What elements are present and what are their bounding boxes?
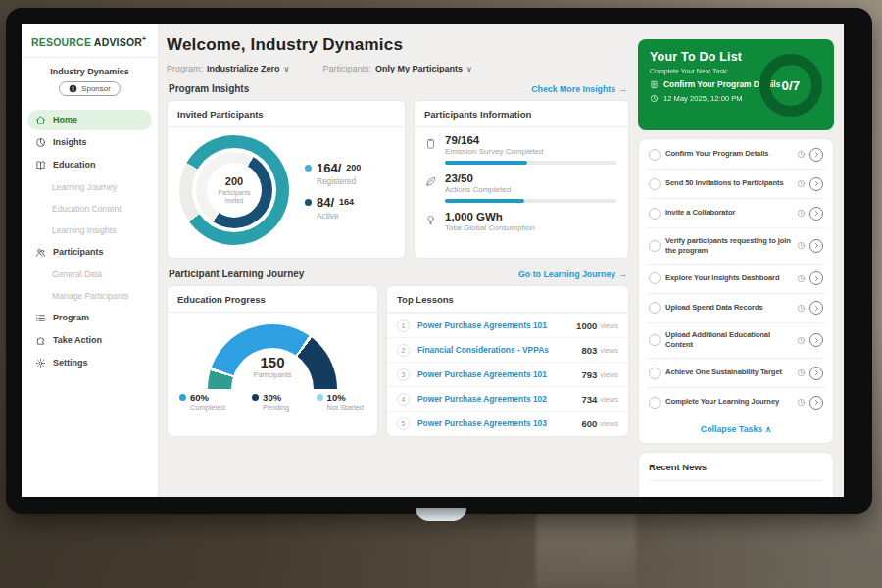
task-open-button[interactable] bbox=[809, 239, 823, 253]
lesson-link[interactable]: Power Purchase Agreements 103 bbox=[417, 418, 581, 428]
collapse-tasks-link[interactable]: Collapse Tasks ∧ bbox=[647, 416, 825, 443]
task-row[interactable]: Explore Your Insights Dashboard bbox=[647, 265, 825, 294]
lesson-row[interactable]: 1 Power Purchase Agreements 101 1000 vie… bbox=[387, 313, 628, 337]
views-count: 734 bbox=[581, 394, 597, 405]
sidebar-item-home[interactable]: Home bbox=[27, 110, 152, 130]
link-label: Check More Insights bbox=[531, 84, 615, 94]
stat-row-survey: 79/164 Emission Survey Completed bbox=[415, 127, 628, 166]
sidebar-item-manage-participants[interactable]: Manage Participants bbox=[27, 286, 152, 306]
gauge-label: Participants bbox=[168, 370, 377, 379]
sidebar-item-general-data[interactable]: General Data bbox=[27, 265, 152, 284]
clock-icon bbox=[797, 336, 806, 345]
sidebar-item-learning-journey[interactable]: Learning Journey bbox=[27, 177, 152, 197]
rank-badge: 4 bbox=[397, 393, 410, 406]
task-row[interactable]: Confirm Your Program Details bbox=[647, 140, 825, 170]
sidebar-item-insights[interactable]: Insights bbox=[27, 132, 152, 153]
sidebar-item-label: Learning Insights bbox=[52, 225, 116, 235]
pie-chart-icon bbox=[35, 137, 46, 148]
sidebar-item-label: Program bbox=[53, 313, 89, 322]
task-checkbox[interactable] bbox=[649, 149, 661, 161]
program-dropdown[interactable]: Program: Industrialize Zero ∨ bbox=[167, 64, 289, 74]
sidebar-item-education[interactable]: Education bbox=[27, 155, 152, 175]
sidebar-item-program[interactable]: Program bbox=[27, 308, 152, 328]
sidebar-item-label: Education Content bbox=[52, 204, 122, 214]
lesson-row[interactable]: 5 Power Purchase Agreements 103 600 view… bbox=[387, 411, 628, 435]
task-open-button[interactable] bbox=[809, 207, 823, 220]
sidebar-item-learning-insights[interactable]: Learning Insights bbox=[27, 220, 152, 240]
donut-chart: 200 Participants Invited 164/200 bbox=[168, 127, 405, 245]
filters-row: Program: Industrialize Zero ∨ Participan… bbox=[167, 64, 629, 74]
progress-bar-fill bbox=[445, 161, 527, 165]
lesson-row[interactable]: 2 Financial Considerations - VPPAs 803 v… bbox=[387, 337, 628, 362]
legend-item-completed: 60% Completed bbox=[179, 392, 225, 412]
legend-total: 164 bbox=[339, 197, 354, 207]
progress-bar bbox=[445, 161, 616, 165]
sidebar-item-participants[interactable]: Participants bbox=[27, 242, 152, 263]
sidebar-item-label: Education bbox=[53, 160, 96, 170]
task-checkbox[interactable] bbox=[649, 368, 661, 379]
sidebar-item-take-action[interactable]: Take Action bbox=[27, 330, 152, 351]
arrow-right-icon: → bbox=[618, 270, 627, 279]
participants-dropdown[interactable]: Participants: Only My Participants ∨ bbox=[322, 64, 471, 74]
task-checkbox[interactable] bbox=[649, 397, 661, 409]
task-row[interactable]: Upload Spend Data Records bbox=[647, 294, 825, 323]
legend-label: Not Started bbox=[327, 403, 364, 412]
task-checkbox[interactable] bbox=[649, 302, 661, 314]
views-count: 793 bbox=[581, 369, 597, 380]
task-row[interactable]: Achieve One Sustainability Target bbox=[647, 359, 825, 388]
section-title: Participant Learning Journey bbox=[169, 269, 304, 279]
stat-label: Total Global Consumption bbox=[445, 223, 616, 232]
task-open-button[interactable] bbox=[809, 148, 823, 162]
task-row[interactable]: Invite a Collaborator bbox=[647, 199, 825, 228]
task-open-button[interactable] bbox=[809, 367, 823, 380]
task-checkbox[interactable] bbox=[649, 208, 661, 220]
task-checkbox[interactable] bbox=[649, 178, 661, 190]
task-checkbox[interactable] bbox=[649, 334, 661, 346]
progress-bar bbox=[445, 199, 616, 203]
task-checkbox[interactable] bbox=[649, 272, 661, 284]
task-open-button[interactable] bbox=[809, 396, 823, 410]
task-open-button[interactable] bbox=[809, 301, 823, 315]
sidebar-nav: Home Insights Education Learning Journey… bbox=[22, 104, 158, 379]
sidebar-item-settings[interactable]: Settings bbox=[27, 353, 152, 373]
task-open-button[interactable] bbox=[809, 177, 823, 191]
task-label: Achieve One Sustainability Target bbox=[665, 368, 792, 377]
lesson-row[interactable]: 4 Power Purchase Agreements 102 734 view… bbox=[387, 386, 628, 411]
lesson-row[interactable]: 3 Power Purchase Agreements 101 793 view… bbox=[387, 362, 628, 386]
legend-label: Pending bbox=[263, 403, 289, 412]
legend-dot-completed bbox=[179, 394, 186, 401]
sponsor-label: Sponsor bbox=[81, 84, 111, 93]
card-title: Top Lessons bbox=[387, 286, 628, 313]
legend-pct: 30% bbox=[263, 392, 289, 403]
people-icon bbox=[35, 247, 46, 258]
task-open-button[interactable] bbox=[809, 271, 823, 285]
card-title: Education Progress bbox=[168, 286, 377, 313]
participants-information-card: Participants Information 79/164 Emission… bbox=[414, 100, 629, 259]
go-to-learning-journey-link[interactable]: Go to Learning Journey→ bbox=[518, 270, 627, 279]
sidebar-item-label: Participants bbox=[53, 247, 104, 257]
todo-panel: Your To Do List Complete Your Next Task:… bbox=[635, 24, 844, 497]
chevron-down-icon: ∨ bbox=[284, 65, 290, 74]
task-row[interactable]: Upload Additional Educational Content bbox=[647, 323, 825, 360]
lesson-link[interactable]: Power Purchase Agreements 102 bbox=[417, 394, 581, 404]
lesson-link[interactable]: Financial Considerations - VPPAs bbox=[417, 345, 581, 355]
insights-cards-row: Invited Participants 200 Participants In… bbox=[167, 100, 629, 259]
donut-center: 200 Participants Invited bbox=[207, 163, 262, 218]
lesson-link[interactable]: Power Purchase Agreements 101 bbox=[417, 320, 576, 330]
task-checkbox[interactable] bbox=[649, 240, 661, 252]
task-row[interactable]: Send 50 Invitations to Participants bbox=[647, 170, 825, 199]
clipboard-icon bbox=[424, 137, 437, 150]
task-open-button[interactable] bbox=[809, 333, 823, 347]
task-row[interactable]: Verify participants requesting to join t… bbox=[647, 228, 825, 265]
check-more-insights-link[interactable]: Check More Insights→ bbox=[531, 84, 627, 94]
sidebar-item-education-content[interactable]: Education Content bbox=[27, 199, 152, 219]
donut-gap: 200 Participants Invited bbox=[192, 148, 276, 232]
rank-badge: 2 bbox=[397, 344, 410, 357]
views-count: 600 bbox=[581, 418, 597, 429]
legend-pct: 10% bbox=[327, 392, 364, 403]
lesson-link[interactable]: Power Purchase Agreements 101 bbox=[417, 369, 581, 379]
task-label: Upload Spend Data Records bbox=[665, 303, 792, 313]
task-row[interactable]: Complete Your Learning Journey bbox=[647, 388, 825, 416]
learning-journey-header: Participant Learning Journey Go to Learn… bbox=[169, 269, 627, 279]
gear-icon bbox=[35, 358, 46, 368]
